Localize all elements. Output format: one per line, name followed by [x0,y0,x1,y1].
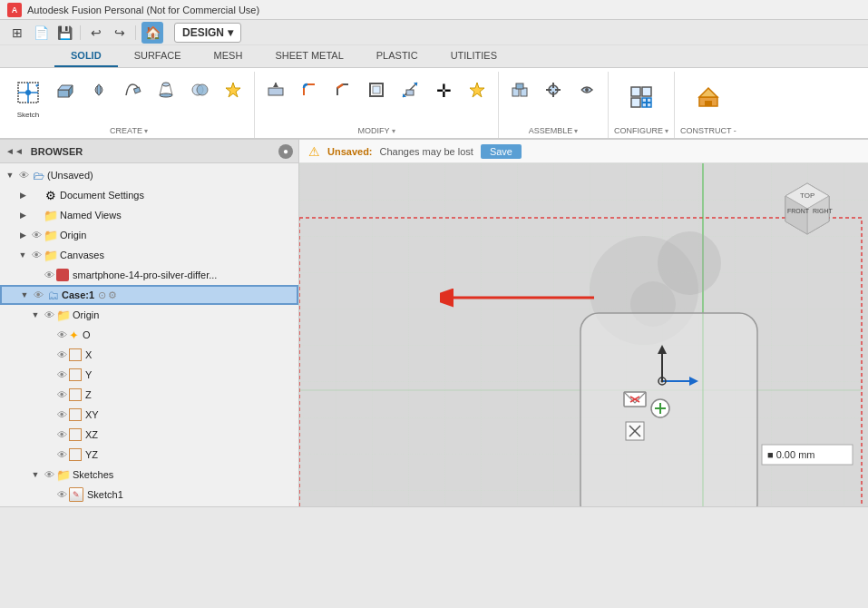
vis-xy[interactable]: 👁 [54,407,69,422]
vis-sketches[interactable]: 👁 [42,467,56,482]
tree-item-axis-o[interactable]: 👁 ✦ O [0,325,298,345]
vis-canvases[interactable]: 👁 [29,248,44,262]
tree-item-origin-top[interactable]: ▶ 👁 📁 Origin [0,225,298,245]
svg-marker-73 [807,196,829,234]
save-button-qa[interactable]: 💾 [54,23,74,43]
press-pull-button[interactable] [260,75,291,106]
viewport-svg: ■ 0.00 mm TOP RIGHT FRONT [299,163,868,506]
expand-doc-settings[interactable]: ▶ [16,189,29,201]
sweep-button[interactable] [117,75,148,106]
tab-plastic[interactable]: PLASTIC [360,45,434,67]
tree-item-root[interactable]: ▼ 👁 🗁 (Unsaved) [0,165,298,185]
component-icon [511,81,529,102]
design-workspace-button[interactable]: DESIGN ▾ [174,23,241,43]
tab-sheet-metal[interactable]: SHEET METAL [258,45,359,67]
joint-button[interactable] [538,75,569,106]
expand-named-views[interactable]: ▶ [16,209,29,221]
browser-settings-button[interactable]: ● [278,144,293,159]
tree-item-axis-xz[interactable]: 👁 XZ [0,425,298,445]
expand-origin-case[interactable]: ▼ [29,309,42,321]
shell-button[interactable] [361,75,392,106]
vis-case1[interactable]: 👁 [31,288,45,302]
tab-solid[interactable]: SOLID [54,45,118,67]
expand-root[interactable]: ▼ [4,169,16,181]
label-sketch1: Sketch1 [87,489,123,500]
tree-item-sketch1[interactable]: 👁 ✎ Sketch1 [0,485,298,505]
vis-y[interactable]: 👁 [54,368,69,382]
tab-surface[interactable]: SURFACE [118,45,198,67]
home-button[interactable]: 🏠 [141,22,163,44]
tab-mesh[interactable]: MESH [198,45,259,67]
svg-rect-45 [705,101,712,106]
tab-utilities[interactable]: UTILITIES [434,45,513,67]
configure-button[interactable] [622,75,660,123]
combine-create-button[interactable] [184,75,215,106]
expand-origin-top[interactable]: ▶ [16,229,29,241]
vis-origin-top[interactable]: 👁 [29,228,44,242]
svg-rect-65 [626,422,644,440]
tree-item-origin-case[interactable]: ▼ 👁 📁 Origin [0,305,298,325]
vis-x[interactable]: 👁 [54,348,69,362]
vis-origin-case[interactable]: 👁 [42,308,56,322]
tree-item-doc-settings[interactable]: ▶ ⚙ Document Settings [0,185,298,205]
tree-item-axis-xy[interactable]: 👁 XY [0,405,298,425]
fillet-button[interactable] [294,75,325,106]
toolbar: SOLID SURFACE MESH SHEET METAL PLASTIC U… [0,45,868,140]
extrude-icon [56,81,74,102]
origin-case-icon: 📁 [56,308,71,322]
sketch-button[interactable]: Sketch [9,75,47,123]
vis-sketch1[interactable]: 👁 [54,487,69,502]
scale-button[interactable] [395,75,425,106]
construct-icon [696,84,721,114]
tree-item-canvas[interactable]: 👁 smartphone-14-pro-silver-differ... [0,265,298,285]
redo-button[interactable]: ↪ [110,23,130,43]
tree-item-case1[interactable]: ▼ 👁 🗂 Case:1 ⊙ ⚙ [0,285,298,305]
modify-buttons: ✛ [260,72,493,110]
tree-item-sketches[interactable]: ▼ 👁 📁 Sketches [0,465,298,485]
tree-item-axis-z[interactable]: 👁 Z [0,385,298,405]
expand-case1[interactable]: ▼ [18,289,31,301]
save-button-notify[interactable]: Save [481,144,522,159]
motion-button[interactable] [571,75,602,106]
vis-yz[interactable]: 👁 [54,447,69,462]
svg-rect-70 [780,181,834,236]
component-button[interactable] [504,75,535,106]
svg-point-51 [630,281,676,327]
separator-1 [80,25,81,40]
vis-canvas[interactable]: 👁 [42,268,56,282]
grid-button[interactable]: ⊞ [7,23,27,43]
origin-top-icon: 📁 [44,228,58,242]
tree-item-canvases[interactable]: ▼ 👁 📁 Canvases [0,245,298,265]
special-create-button[interactable] [218,75,249,106]
tree-item-named-views[interactable]: ▶ 📁 Named Views [0,205,298,225]
move-button[interactable]: ✛ [428,75,459,106]
modify-star-button[interactable] [462,75,493,106]
expand-canvases[interactable]: ▼ [16,249,29,261]
tree-item-axis-yz[interactable]: 👁 YZ [0,445,298,465]
vis-o[interactable]: 👁 [54,328,69,342]
construct-button[interactable] [689,75,727,123]
chamfer-button[interactable] [327,75,358,106]
loft-icon [157,81,175,102]
tree-item-axis-x[interactable]: 👁 X [0,345,298,365]
joint-icon [544,81,562,102]
file-menu-button[interactable]: 📄 [31,23,51,43]
svg-marker-16 [226,83,240,97]
undo-button[interactable]: ↩ [86,23,106,43]
configure-group: CONFIGURE ▾ [609,72,675,138]
revolve-button[interactable] [83,75,114,106]
y-icon [69,368,82,381]
vis-xz[interactable]: 👁 [54,427,69,442]
vis-root[interactable]: 👁 [16,168,31,182]
construct-buttons [689,72,727,126]
extrude-button[interactable] [50,75,81,106]
tree-item-axis-y[interactable]: 👁 Y [0,365,298,385]
expand-sketches[interactable]: ▼ [29,468,42,481]
notification-bar: ⚠ Unsaved: Changes may be lost Save [299,140,868,163]
viewport[interactable]: ■ 0.00 mm TOP RIGHT FRONT [299,163,868,506]
label-named-views: Named Views [60,210,122,221]
sweep-icon [123,81,141,102]
loft-button[interactable] [151,75,181,106]
vis-z[interactable]: 👁 [54,387,69,402]
collapse-button[interactable]: ◄◄ [5,146,24,156]
